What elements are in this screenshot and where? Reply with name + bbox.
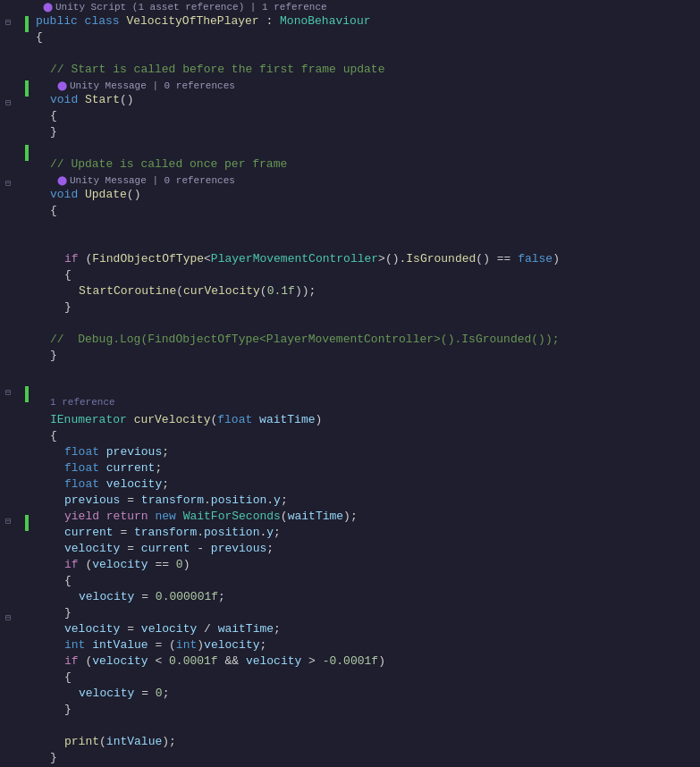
close-brace-if-velocity: } bbox=[64, 606, 700, 622]
keyword-class: class bbox=[85, 14, 127, 28]
gutter: ⊟ ⊟ ⊟ ⊟ ⊟ ⊟ bbox=[0, 0, 29, 767]
meta-text: Unity Script (1 asset reference) | 1 ref… bbox=[55, 2, 327, 13]
yield-return: yield return new WaitForSeconds(waitTime… bbox=[64, 510, 700, 526]
collapse-if-small[interactable]: ⊟ bbox=[2, 611, 14, 624]
ref-count: 1 reference bbox=[50, 397, 700, 413]
assign-velocity: velocity = current - previous; bbox=[64, 542, 700, 558]
assign-current: current = transform.position.y; bbox=[64, 526, 700, 542]
assign-previous: previous = transform.position.y; bbox=[64, 493, 700, 510]
collapse-start[interactable]: ⊟ bbox=[2, 97, 14, 109]
close-brace-ienumerator: } bbox=[50, 751, 700, 767]
close-brace-start: } bbox=[50, 125, 700, 141]
close-brace-update: } bbox=[50, 349, 700, 365]
close-brace-if: } bbox=[64, 300, 700, 316]
colon: : bbox=[259, 14, 280, 28]
comment-start: // Start is called before the first fram… bbox=[50, 63, 700, 79]
divide-velocity: velocity = velocity / waitTime; bbox=[64, 622, 700, 638]
unity-icon: ⬤ bbox=[43, 2, 53, 13]
unity-icon-3: ⬤ bbox=[57, 175, 67, 186]
float-current: float current; bbox=[64, 461, 700, 477]
empty-line-4 bbox=[36, 236, 700, 252]
print-statement: print(intValue); bbox=[64, 735, 700, 751]
code-editor: ⊟ ⊟ ⊟ ⊟ ⊟ ⊟ ⬤ Unity Script (1 asset refe… bbox=[0, 0, 700, 767]
meta-update-method: ⬤ Unity Message | 0 references bbox=[50, 173, 700, 188]
empty-line-1 bbox=[36, 46, 700, 63]
assign-velocity-zero: velocity = 0; bbox=[79, 687, 700, 703]
open-brace-class: { bbox=[36, 30, 700, 46]
update-method: void Update() bbox=[50, 188, 700, 204]
float-velocity: float velocity; bbox=[64, 477, 700, 493]
meta-start-method: ⬤ Unity Message | 0 references bbox=[50, 79, 700, 93]
open-brace-ienumerator: { bbox=[50, 429, 700, 445]
empty-line-6 bbox=[36, 365, 700, 381]
comment-update: // Update is called once per frame bbox=[50, 157, 700, 173]
if-velocity-zero: if (velocity == 0) bbox=[64, 558, 700, 574]
open-brace-update: { bbox=[50, 204, 700, 220]
if-statement: if (FindObjectOfType<PlayerMovementContr… bbox=[64, 252, 700, 268]
base-class: MonoBehaviour bbox=[280, 14, 370, 28]
keyword-public: public bbox=[36, 14, 85, 28]
close-brace-if-small: } bbox=[64, 703, 700, 719]
if-small-velocity: if (velocity < 0.0001f && velocity > -0.… bbox=[64, 654, 700, 670]
collapse-class[interactable]: ⊟ bbox=[2, 16, 14, 29]
collapse-ienumerator[interactable]: ⊟ bbox=[2, 386, 14, 399]
class-declaration: public class VelocityOfThePlayer : MonoB… bbox=[36, 14, 700, 30]
empty-line-2 bbox=[36, 141, 700, 157]
assign-small-velocity: velocity = 0.000001f; bbox=[79, 590, 700, 606]
open-brace-if-small: { bbox=[64, 670, 700, 687]
empty-line-8 bbox=[36, 719, 700, 735]
float-previous: float previous; bbox=[64, 445, 700, 461]
start-method: void Start() bbox=[50, 93, 700, 109]
start-coroutine: StartCoroutine(curVelocity(0.1f)); bbox=[79, 284, 700, 300]
open-brace-if-velocity: { bbox=[64, 574, 700, 590]
int-value: int intValue = (int)velocity; bbox=[64, 638, 700, 654]
collapse-update[interactable]: ⊟ bbox=[2, 177, 14, 190]
empty-line-3 bbox=[36, 220, 700, 236]
open-brace-if: { bbox=[64, 268, 700, 284]
open-brace-start: { bbox=[50, 109, 700, 125]
unity-icon-2: ⬤ bbox=[57, 80, 67, 91]
meta-unity-script: ⬤ Unity Script (1 asset reference) | 1 r… bbox=[36, 0, 700, 14]
content-area: ⬤ Unity Script (1 asset reference) | 1 r… bbox=[29, 0, 700, 767]
ienumerator-method: IEnumerator curVelocity(float waitTime) bbox=[50, 413, 700, 429]
collapse-if-velocity[interactable]: ⊟ bbox=[2, 515, 14, 527]
empty-line-7 bbox=[36, 381, 700, 397]
class-name-text: VelocityOfThePlayer bbox=[126, 14, 258, 28]
empty-line-5 bbox=[36, 316, 700, 333]
comment-debug: // Debug.Log(FindObjectOfType<PlayerMove… bbox=[50, 333, 700, 349]
